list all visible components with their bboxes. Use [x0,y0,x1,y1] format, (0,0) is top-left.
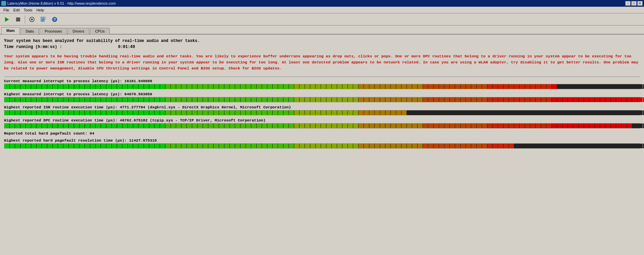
window-controls: − □ ✕ [625,1,643,6]
metric-label-1: Highest measured interrupt to process la… [4,92,640,96]
title-bar: LatencyMon (Home Edition) v 6.51 - http:… [0,0,644,7]
warning-text: Your system appears to be having trouble… [4,53,640,71]
metric-label-5: Highest reported hard pagefault resoluti… [4,138,640,143]
metric-bar-2 [4,110,640,115]
toolbar: ? [0,13,644,26]
menu-bar: File Edit Tools Help [0,7,644,13]
metric-label-4: Reported total hard pagefault count: 94 [4,131,640,136]
export-button[interactable] [38,15,49,24]
close-button[interactable]: ✕ [637,1,643,6]
metric-bar-3 [4,123,640,129]
menu-file[interactable]: File [1,7,11,13]
svg-text:?: ? [54,17,56,21]
play-button[interactable] [1,15,12,24]
svg-marker-0 [5,17,9,22]
metric-label-0: Current measured interrupt to process la… [4,79,640,83]
info-section: Your system has been analyzed for suitab… [4,38,640,50]
metric-bar-5 [4,143,640,149]
tab-processes[interactable]: Processes [40,28,67,34]
metric-label-2: Highest reported ISR routine execution t… [4,105,640,109]
toolbar-separator-1 [25,15,25,23]
menu-tools[interactable]: Tools [22,7,35,13]
tab-cpus[interactable]: CPUs [90,28,110,34]
maximize-button[interactable]: □ [631,1,637,6]
metric-label-3: Highest reported DPC routine execution t… [4,118,640,122]
tab-bar: Main Stats Processes Drivers CPUs [0,26,644,35]
time-value: 0:01:49 [118,45,135,49]
metric-section-5: Highest reported hard pagefault resoluti… [4,138,640,149]
metrics-container: Current measured interrupt to process la… [4,79,640,149]
tab-main[interactable]: Main [1,27,20,34]
svg-rect-1 [16,17,20,21]
svg-point-3 [31,18,33,20]
metric-bar-1 [4,97,640,102]
minimize-button[interactable]: − [625,1,631,6]
tab-stats[interactable]: Stats [20,28,39,34]
metric-section-0: Current measured interrupt to process la… [4,79,640,89]
options-button[interactable] [26,15,37,24]
menu-help[interactable]: Help [34,7,46,13]
title-bar-text: LatencyMon (Home Edition) v 6.51 - http:… [7,1,116,5]
metric-section-2: Highest reported ISR routine execution t… [4,105,640,115]
metric-bar-0 [4,84,640,89]
main-content: Your system has been analyzed for suitab… [0,35,644,253]
stop-button[interactable] [13,15,23,24]
metric-section-4: Reported total hard pagefault count: 94 [4,131,640,136]
menu-edit[interactable]: Edit [11,7,22,13]
info-line1: Your system has been analyzed for suitab… [4,38,640,44]
tab-drivers[interactable]: Drivers [68,28,90,34]
metric-section-1: Highest measured interrupt to process la… [4,92,640,102]
help-button[interactable]: ? [49,15,60,24]
metric-section-3: Highest reported DPC routine execution t… [4,118,640,129]
info-line2: Time running (h:mm:ss) : 0:01:49 [4,44,640,50]
divider-1 [4,76,640,77]
app-icon [1,1,6,6]
